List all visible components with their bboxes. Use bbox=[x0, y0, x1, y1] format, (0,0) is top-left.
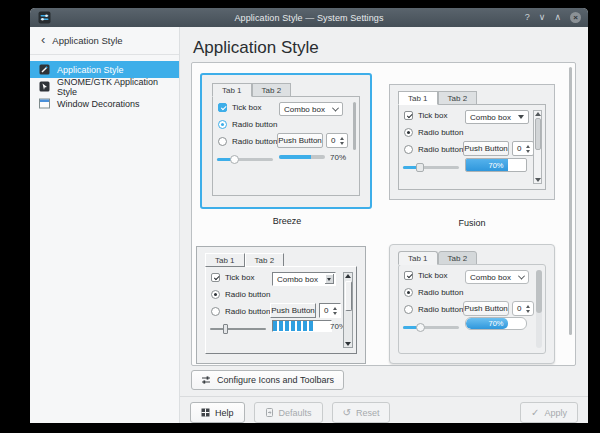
slider-handle[interactable] bbox=[416, 323, 425, 332]
combo-box[interactable]: Combo box bbox=[465, 110, 529, 124]
slider[interactable] bbox=[403, 322, 459, 333]
spin-box[interactable]: 0 bbox=[512, 141, 534, 156]
radio-unselected-icon[interactable] bbox=[404, 305, 413, 314]
style-preview[interactable]: Tab 1 Tab 2 Tick box Radio button Radio … bbox=[204, 77, 368, 205]
radio-selected-icon[interactable] bbox=[404, 128, 413, 137]
help-window-button[interactable]: ? bbox=[525, 13, 530, 22]
radio-row-selected[interactable]: Radio button bbox=[404, 288, 463, 297]
push-button[interactable]: Push Button bbox=[463, 301, 509, 316]
preview-tab-2[interactable]: Tab 2 bbox=[252, 83, 292, 97]
configure-button-label: Configure Icons and Toolbars bbox=[217, 375, 334, 385]
sidebar-item-application-style[interactable]: Application Style bbox=[30, 61, 179, 78]
tickbox-label: Tick box bbox=[418, 111, 448, 120]
spin-arrows-icon[interactable] bbox=[338, 137, 345, 145]
radio-row-unselected[interactable]: Radio button bbox=[404, 145, 463, 154]
scroll-up-icon[interactable] bbox=[345, 274, 351, 278]
radio-row-selected[interactable]: Radio button bbox=[218, 120, 277, 129]
spin-box[interactable]: 0 bbox=[512, 301, 534, 316]
slider[interactable] bbox=[403, 162, 459, 173]
scroll-down-icon[interactable] bbox=[535, 178, 541, 182]
progress-bar: 70% bbox=[465, 158, 527, 172]
style-preview[interactable]: Tab 1 Tab 2 Tick box Radio button Radio … bbox=[390, 85, 554, 199]
tickbox-label: Tick box bbox=[225, 273, 255, 282]
scroll-up-icon[interactable] bbox=[535, 112, 541, 116]
slider[interactable] bbox=[210, 324, 266, 335]
tickbox-row[interactable]: Tick box bbox=[404, 111, 448, 120]
combo-box[interactable]: Combo box bbox=[272, 272, 336, 286]
radio-row-selected[interactable]: Radio button bbox=[404, 128, 463, 137]
push-button[interactable]: Push Button bbox=[277, 133, 323, 148]
preview-tab-1[interactable]: Tab 1 bbox=[398, 91, 438, 105]
tickbox-label: Tick box bbox=[232, 103, 262, 112]
combo-box[interactable]: Combo box bbox=[279, 102, 343, 116]
radio-unselected-icon[interactable] bbox=[211, 307, 220, 316]
sidebar-item-window-decorations[interactable]: Window Decorations bbox=[30, 95, 179, 112]
preview-tab-1[interactable]: Tab 1 bbox=[205, 253, 245, 267]
configure-icons-toolbars-button[interactable]: Configure Icons and Toolbars bbox=[191, 370, 344, 390]
scroll-down-icon[interactable] bbox=[345, 342, 351, 346]
checkbox-checked-icon[interactable] bbox=[218, 103, 227, 112]
slider-handle[interactable] bbox=[416, 163, 424, 172]
preview-card-breeze-selected[interactable]: Tab 1 Tab 2 Tick box Radio button Radio … bbox=[200, 73, 372, 209]
slider-handle[interactable] bbox=[230, 155, 239, 164]
style-preview[interactable]: Tab 1 Tab 2 Tick box Radio button Radio … bbox=[390, 245, 554, 363]
spin-arrows-icon[interactable] bbox=[524, 145, 531, 153]
spin-arrows-icon[interactable] bbox=[524, 305, 531, 313]
radio-selected-icon[interactable] bbox=[404, 288, 413, 297]
tickbox-row[interactable]: Tick box bbox=[218, 103, 262, 112]
scrollbar-handle[interactable] bbox=[353, 102, 356, 150]
preview-card-classic[interactable]: Tab 1 Tab 2 Tick box Radio button Radio … bbox=[196, 246, 366, 364]
preview-tab-2[interactable]: Tab 2 bbox=[438, 251, 478, 265]
preview-card-oxygen[interactable]: Tab 1 Tab 2 Tick box Radio button Radio … bbox=[389, 244, 555, 364]
radio-unselected-icon[interactable] bbox=[218, 137, 227, 146]
spin-arrows-icon[interactable] bbox=[331, 307, 338, 315]
preview-tab-2[interactable]: Tab 2 bbox=[245, 253, 285, 267]
preview-tab-1[interactable]: Tab 1 bbox=[398, 251, 438, 265]
minimize-button[interactable]: ∨ bbox=[539, 13, 546, 22]
radio-row-unselected[interactable]: Radio button bbox=[404, 305, 463, 314]
titlebar[interactable]: Application Style — System Settings ? ∨ … bbox=[30, 8, 588, 27]
list-scrollbar[interactable] bbox=[569, 67, 572, 335]
close-button[interactable]: × bbox=[570, 12, 581, 23]
push-button[interactable]: Push Button bbox=[270, 303, 316, 318]
radio-row-selected[interactable]: Radio button bbox=[211, 290, 270, 299]
style-preview[interactable]: Tab 1 Tab 2 Tick box Radio button Radio … bbox=[197, 247, 365, 363]
sidebar-back-header[interactable]: ‹ Application Style bbox=[30, 27, 179, 55]
spin-box-value: 0 bbox=[513, 304, 524, 313]
spin-box-value: 0 bbox=[513, 144, 524, 153]
preview-card-fusion[interactable]: Tab 1 Tab 2 Tick box Radio button Radio … bbox=[389, 84, 555, 200]
defaults-button[interactable]: Defaults bbox=[254, 402, 323, 423]
preview-tab-1[interactable]: Tab 1 bbox=[212, 83, 252, 97]
scrollbar-handle[interactable] bbox=[536, 270, 542, 313]
checkbox-checked-icon[interactable] bbox=[404, 111, 413, 120]
checkbox-checked-icon[interactable] bbox=[404, 271, 413, 280]
checkbox-checked-icon[interactable] bbox=[211, 273, 220, 282]
scrollbar-handle[interactable] bbox=[535, 118, 541, 150]
radio-unselected-icon[interactable] bbox=[404, 145, 413, 154]
sidebar-item-gnome-gtk-style[interactable]: GNOME/GTK Application Style bbox=[30, 78, 179, 95]
radio-selected-icon[interactable] bbox=[211, 290, 220, 299]
tickbox-row[interactable]: Tick box bbox=[404, 271, 448, 280]
push-button[interactable]: Push Button bbox=[463, 141, 509, 156]
preview-scrollbar[interactable] bbox=[533, 110, 542, 184]
reset-button[interactable]: ↺ Reset bbox=[332, 402, 391, 423]
apply-button[interactable]: ✓ Apply bbox=[520, 402, 578, 423]
radio-selected-icon[interactable] bbox=[218, 120, 227, 129]
preview-tab-2[interactable]: Tab 2 bbox=[438, 91, 478, 105]
maximize-button[interactable]: ∧ bbox=[554, 13, 561, 22]
preview-scrollbar[interactable] bbox=[536, 270, 542, 348]
slider-handle[interactable] bbox=[223, 324, 228, 334]
radio-row-unselected[interactable]: Radio button bbox=[218, 137, 277, 146]
combo-box[interactable]: Combo box bbox=[465, 270, 529, 284]
preview-scrollbar[interactable] bbox=[343, 272, 353, 348]
scrollbar-handle[interactable] bbox=[345, 281, 352, 311]
slider[interactable] bbox=[217, 154, 273, 165]
help-button[interactable]: Help bbox=[190, 402, 245, 423]
spin-box[interactable]: 0 bbox=[319, 303, 341, 318]
progress-bar: 70% bbox=[465, 317, 527, 330]
spin-box[interactable]: 0 bbox=[326, 133, 348, 148]
tickbox-row[interactable]: Tick box bbox=[211, 273, 255, 282]
radio-row-unselected[interactable]: Radio button bbox=[211, 307, 270, 316]
style-preview-list[interactable]: Tab 1 Tab 2 Tick box Radio button Radio … bbox=[191, 62, 576, 366]
preview-scrollbar[interactable] bbox=[353, 102, 356, 190]
